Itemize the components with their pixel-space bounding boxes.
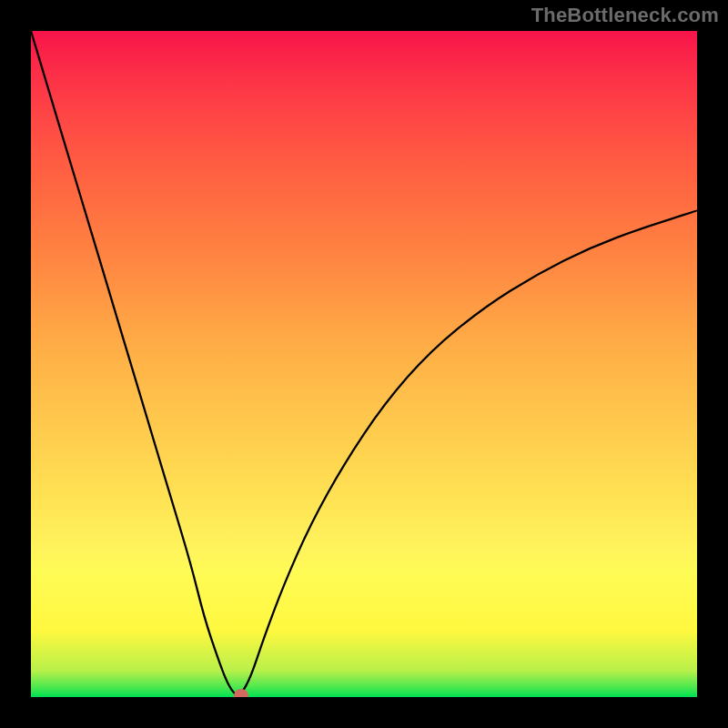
curve-path bbox=[31, 31, 697, 695]
plot-area bbox=[31, 31, 697, 697]
watermark-text: TheBottleneck.com bbox=[531, 4, 719, 27]
bottleneck-curve bbox=[31, 31, 697, 697]
chart-frame: TheBottleneck.com bbox=[0, 0, 728, 728]
minimum-marker-icon bbox=[234, 689, 248, 697]
